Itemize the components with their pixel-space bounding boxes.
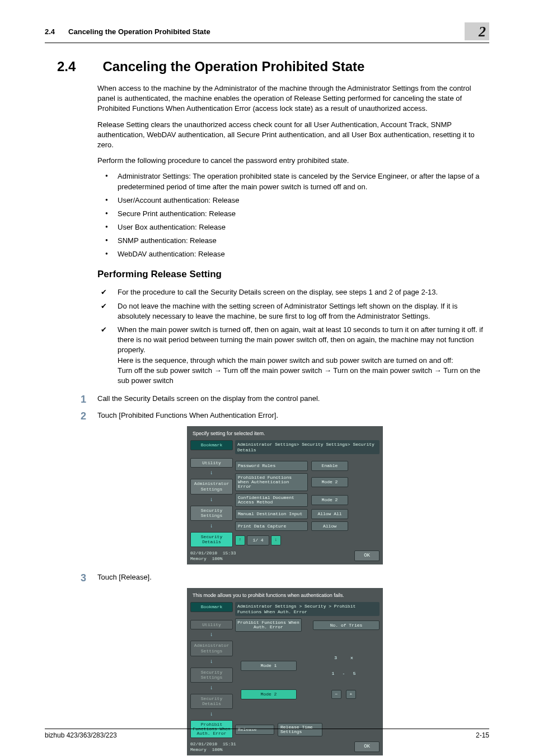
bullet-item: Secure Print authentication: Release <box>97 209 485 219</box>
footer-rule <box>45 729 489 729</box>
status-memory-value: 100% <box>212 556 222 561</box>
status-time: 15:31 <box>223 741 236 746</box>
screenshot-header: This mode allows you to prohibit functio… <box>190 591 380 600</box>
intro-p2: Release Setting clears the unauthorized … <box>97 120 485 151</box>
admin-settings-button[interactable]: Administrator Settings <box>190 479 233 494</box>
bullet-item: Administrator Settings: The operation pr… <box>97 171 485 192</box>
bookmark-button[interactable]: Bookmark <box>190 602 233 612</box>
check-item: When the main power switch is turned off… <box>97 325 485 386</box>
step-number: 3 <box>81 572 86 584</box>
col-header-tries: No. of Tries <box>313 620 380 631</box>
bullet-item: WebDAV authentication: Release <box>97 249 485 259</box>
step-2: 2 Touch [Prohibited Functions When Authe… <box>97 410 485 564</box>
status-memory-value: 100% <box>212 747 222 752</box>
subsection-heading: Performing Release Setting <box>97 268 485 281</box>
confidential-doc-button[interactable]: Confidential Document Access Method <box>235 493 308 507</box>
step-text: Call the Security Details screen on the … <box>97 394 320 403</box>
step-list: 1 Call the Security Details screen on th… <box>97 394 485 755</box>
bullet-item: SNMP authentication: Release <box>97 236 485 246</box>
header-section-number: 2.4 <box>45 27 55 36</box>
tries-plus-button[interactable]: + <box>346 690 356 699</box>
breadcrumb: Administrator Settings > Security > Proh… <box>235 602 380 616</box>
bookmark-button[interactable]: Bookmark <box>190 440 233 450</box>
breadcrumb: Administrator Settings> Security Setting… <box>235 440 380 454</box>
header-rule <box>45 43 489 43</box>
status-memory-label: Memory <box>190 556 207 561</box>
chevron-down-icon: ↓ <box>210 523 213 530</box>
step-number: 1 <box>81 394 86 405</box>
screenshot-sidebar: Bookmark Utility ↓ Administrator Setting… <box>190 440 235 547</box>
running-header: 2.4 Canceling the Operation Prohibited S… <box>45 22 489 40</box>
chevron-down-icon: ↓ <box>210 685 213 692</box>
chevron-down-icon: ↓ <box>210 470 213 477</box>
chevron-down-icon: ↓ <box>210 659 213 665</box>
chevron-down-icon: ↓ <box>210 711 213 718</box>
chapter-badge: 2 <box>465 22 489 40</box>
prohibited-functions-button[interactable]: Prohibited Functions When Authentication… <box>235 473 308 491</box>
intro-p1: When access to the machine by the Admini… <box>97 83 485 114</box>
print-data-value: Allow <box>311 521 348 531</box>
section-title: Canceling the Operation Prohibited State <box>102 59 364 74</box>
utility-button[interactable]: Utility <box>190 458 233 468</box>
chevron-down-icon: ↓ <box>210 632 213 638</box>
check-item: Do not leave the machine with the settin… <box>97 301 485 321</box>
check-list: For the procedure to call the Security D… <box>97 287 485 386</box>
mode1-button[interactable]: Mode 1 <box>241 661 297 671</box>
screenshot-header: Specify setting for selected item. <box>190 430 380 438</box>
status-date: 02/01/2010 <box>190 550 217 556</box>
bullet-list: Administrator Settings: The operation pr… <box>97 171 485 259</box>
step-number: 2 <box>81 410 86 422</box>
page-indicator: 1/ 4 <box>247 535 269 545</box>
tries-value: 3 x <box>308 655 380 661</box>
password-rules-value: Enable <box>311 461 348 471</box>
device-screenshot-1: Specify setting for selected item. Bookm… <box>187 426 383 564</box>
step-text: Touch [Prohibited Functions When Authent… <box>97 411 278 419</box>
header-section-title: Canceling the Operation Prohibited State <box>68 27 210 36</box>
tries-range: 1 - 5 <box>308 671 380 676</box>
prohibited-functions-value: Mode 2 <box>311 477 348 487</box>
screenshot-sidebar: Bookmark Utility ↓ Administrator Setting… <box>190 602 235 738</box>
col-header-functions: Prohibit Functions When Auth. Error <box>235 618 302 632</box>
security-settings-button[interactable]: Security Settings <box>190 668 233 683</box>
check-item: For the procedure to call the Security D… <box>97 287 485 297</box>
mode2-button[interactable]: Mode 2 <box>241 689 297 699</box>
bullet-item: User Box authentication: Release <box>97 222 485 232</box>
page-up-button[interactable]: ↑ <box>235 535 245 545</box>
status-memory-label: Memory <box>190 747 207 752</box>
manual-dest-value: Allow All <box>311 509 348 519</box>
tries-minus-button[interactable]: − <box>331 690 341 699</box>
page-down-button[interactable]: ↓ <box>271 535 281 545</box>
utility-button[interactable]: Utility <box>190 620 233 630</box>
ok-button[interactable]: OK <box>354 741 380 752</box>
section-heading: 2.4 Canceling the Operation Prohibited S… <box>57 59 489 74</box>
section-number: 2.4 <box>57 59 76 74</box>
footer-page: 2-15 <box>476 731 489 739</box>
admin-settings-button[interactable]: Administrator Settings <box>190 641 233 656</box>
security-details-button[interactable]: Security Details <box>190 694 233 709</box>
security-settings-button[interactable]: Security Settings <box>190 506 233 521</box>
footer-product: bizhub 423/363/283/223 <box>45 731 117 739</box>
password-rules-button[interactable]: Password Rules <box>235 461 308 471</box>
bullet-item: User/Account authentication: Release <box>97 195 485 206</box>
intro-p3: Perform the following procedure to cance… <box>97 156 485 166</box>
ok-button[interactable]: OK <box>354 550 380 561</box>
step-text: Touch [Release]. <box>97 573 152 581</box>
status-time: 15:33 <box>223 550 236 556</box>
print-data-button[interactable]: Print Data Capture <box>235 521 308 531</box>
device-screenshot-2: This mode allows you to prohibit functio… <box>187 588 383 755</box>
security-details-button[interactable]: Security Details <box>190 532 233 547</box>
step-1: 1 Call the Security Details screen on th… <box>97 394 485 404</box>
confidential-doc-value: Mode 2 <box>311 495 348 505</box>
chevron-down-icon: ↓ <box>210 497 213 503</box>
manual-dest-button[interactable]: Manual Destination Input <box>235 509 308 519</box>
page-footer: bizhub 423/363/283/223 2-15 <box>45 731 489 739</box>
status-date: 02/01/2010 <box>190 741 217 746</box>
